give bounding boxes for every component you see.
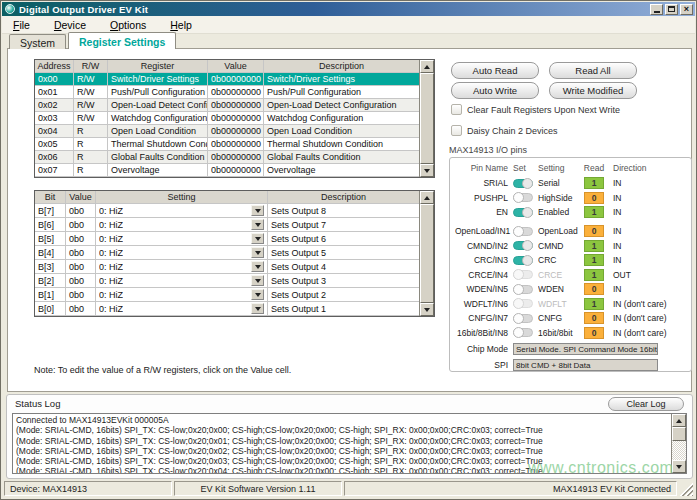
register-value-cell[interactable]: 0b00000000 bbox=[208, 138, 264, 150]
register-row[interactable]: 0x07 R Overvoltage 0b00000000 Overvoltag… bbox=[35, 164, 419, 177]
bit-setting-value: 0: HiZ bbox=[99, 290, 123, 300]
register-name: Watchdog Configuration bbox=[108, 112, 208, 124]
dropdown-button[interactable] bbox=[251, 205, 264, 216]
maximize-button[interactable] bbox=[665, 4, 678, 15]
register-value-cell[interactable]: 0b00000000 bbox=[208, 86, 264, 98]
menu-item[interactable]: File bbox=[7, 17, 40, 33]
dropdown-button[interactable] bbox=[251, 289, 264, 300]
register-row[interactable]: 0x03 R/W Watchdog Configuration 0b000000… bbox=[35, 112, 419, 125]
register-description: Switch/Driver Settings bbox=[264, 73, 419, 85]
bit-setting-dropdown[interactable]: 0: HiZ bbox=[96, 218, 268, 231]
scrollbar-thumb[interactable] bbox=[672, 427, 686, 441]
scroll-down-icon[interactable] bbox=[420, 164, 434, 177]
register-value-cell[interactable]: 0b00000000 bbox=[208, 112, 264, 124]
tab[interactable]: System bbox=[9, 34, 66, 49]
log-line: (Mode: SRIAL-CMD, 16bits) SPI_TX: CS-low… bbox=[16, 456, 668, 466]
log-line: (Mode: SRIAL-CMD, 16bits) SPI_TX: CS-low… bbox=[16, 466, 668, 473]
bit-setting-dropdown[interactable]: 0: HiZ bbox=[96, 288, 268, 301]
bit-setting-dropdown[interactable]: 0: HiZ bbox=[96, 246, 268, 259]
pin-setting-label: WDFLT bbox=[538, 299, 583, 309]
dropdown-button[interactable] bbox=[251, 233, 264, 244]
dropdown-button[interactable] bbox=[251, 303, 264, 314]
bit-table-scrollbar[interactable] bbox=[419, 191, 434, 316]
pin-toggle[interactable] bbox=[513, 227, 533, 236]
clear-log-button[interactable]: Clear Log bbox=[608, 397, 684, 411]
log-line: (Mode: SRIAL-CMD, 16bits) SPI_TX: CS-low… bbox=[16, 446, 668, 456]
pin-toggle[interactable] bbox=[513, 179, 533, 188]
pin-toggle[interactable] bbox=[513, 314, 533, 323]
scroll-down-icon[interactable] bbox=[672, 460, 686, 473]
app-icon bbox=[5, 4, 15, 14]
bit-value: 0b0 bbox=[66, 204, 96, 217]
dropdown-button[interactable] bbox=[251, 275, 264, 286]
minimize-button[interactable] bbox=[650, 4, 663, 15]
clear-fault-checkbox-row[interactable]: Clear Fault Registers Upon Next Write bbox=[451, 104, 620, 115]
bit-setting-dropdown[interactable]: 0: HiZ bbox=[96, 260, 268, 273]
register-table-scrollbar[interactable] bbox=[419, 60, 434, 177]
scroll-down-icon[interactable] bbox=[420, 303, 434, 316]
io-pin-row: CRCE/IN4 CRCE 1 OUT bbox=[455, 268, 687, 282]
scrollbar-thumb[interactable] bbox=[420, 73, 434, 164]
menu-item[interactable]: Device bbox=[48, 17, 96, 33]
daisy-chain-checkbox-row[interactable]: Daisy Chain 2 Devices bbox=[451, 125, 558, 136]
register-row[interactable]: 0x02 R/W Open-Load Detect Configuration … bbox=[35, 99, 419, 112]
toggle-knob bbox=[513, 269, 524, 280]
register-row[interactable]: 0x05 R Thermal Shutdown Condition 0b0000… bbox=[35, 138, 419, 151]
dropdown-button[interactable] bbox=[251, 247, 264, 258]
register-row[interactable]: 0x01 R/W Push/Pull Configuration 0b00000… bbox=[35, 86, 419, 99]
scroll-up-icon[interactable] bbox=[420, 191, 434, 204]
register-address: 0x02 bbox=[35, 99, 74, 111]
pin-toggle[interactable] bbox=[513, 270, 533, 279]
bit-description: Sets Output 8 bbox=[268, 204, 419, 217]
pin-name: WDFLT/IN6 bbox=[455, 299, 513, 309]
tab[interactable]: Register Settings bbox=[68, 32, 176, 49]
pin-toggle[interactable] bbox=[513, 328, 533, 337]
close-button[interactable]: × bbox=[680, 4, 693, 15]
status-log-box: Connected to MAX14913EVKit 000005A (Mode… bbox=[12, 413, 687, 474]
bit-value: 0b0 bbox=[66, 218, 96, 231]
bit-setting-dropdown[interactable]: 0: HiZ bbox=[96, 274, 268, 287]
toggle-knob bbox=[522, 240, 533, 251]
pin-toggle[interactable] bbox=[513, 256, 533, 265]
checkbox-icon[interactable] bbox=[451, 125, 462, 136]
register-description: Watchdog Configuration bbox=[264, 112, 419, 124]
write-modified-button[interactable]: Write Modified bbox=[549, 82, 637, 99]
bit-setting-dropdown[interactable]: 0: HiZ bbox=[96, 204, 268, 217]
status-log-scrollbar[interactable] bbox=[671, 414, 686, 473]
pin-toggle[interactable] bbox=[513, 193, 533, 202]
auto-read-button[interactable]: Auto Read bbox=[451, 62, 539, 79]
dropdown-button[interactable] bbox=[251, 261, 264, 272]
pin-toggle[interactable] bbox=[513, 299, 533, 308]
io-pin-row: WDEN/IN5 WDEN 0 IN bbox=[455, 282, 687, 296]
menu-item[interactable]: Options bbox=[104, 17, 156, 33]
register-row[interactable]: 0x00 R/W Switch/Driver Settings 0b000000… bbox=[35, 73, 419, 86]
register-value-cell[interactable]: 0b00000000 bbox=[208, 125, 264, 137]
read-all-button[interactable]: Read All bbox=[549, 62, 637, 79]
menu-item[interactable]: Help bbox=[164, 17, 202, 33]
resize-grip[interactable] bbox=[679, 481, 693, 496]
pin-toggle[interactable] bbox=[513, 241, 533, 250]
scroll-up-icon[interactable] bbox=[420, 60, 434, 73]
bit-setting-dropdown[interactable]: 0: HiZ bbox=[96, 302, 268, 315]
register-row[interactable]: 0x06 R Global Faults Condition 0b0000000… bbox=[35, 151, 419, 164]
bit-description: Sets Output 3 bbox=[268, 274, 419, 287]
register-value-cell[interactable]: 0b00000000 bbox=[208, 151, 264, 163]
register-value-cell[interactable]: 0b00000000 bbox=[208, 99, 264, 111]
scroll-up-icon[interactable] bbox=[672, 414, 686, 427]
close-icon: × bbox=[684, 5, 689, 14]
register-value-cell[interactable]: 0b00000000 bbox=[208, 164, 264, 176]
pin-toggle[interactable] bbox=[513, 208, 533, 217]
register-row[interactable]: 0x04 R Open Load Condition 0b00000000 Op… bbox=[35, 125, 419, 138]
dropdown-button[interactable] bbox=[251, 219, 264, 230]
scrollbar-thumb[interactable] bbox=[420, 204, 434, 303]
maximize-icon bbox=[668, 6, 675, 12]
register-value-cell[interactable]: 0b00000000 bbox=[208, 73, 264, 85]
col-address: Address bbox=[35, 60, 74, 72]
checkbox-icon[interactable] bbox=[451, 104, 462, 115]
bit-setting-dropdown[interactable]: 0: HiZ bbox=[96, 232, 268, 245]
bit-row: B[3] 0b0 0: HiZ Sets Output 4 bbox=[35, 260, 419, 274]
pin-toggle[interactable] bbox=[513, 285, 533, 294]
pin-name: 16bit/8Bit/IN8 bbox=[455, 328, 513, 338]
auto-write-button[interactable]: Auto Write bbox=[451, 82, 539, 99]
tab-strip: System Register Settings bbox=[9, 32, 178, 49]
